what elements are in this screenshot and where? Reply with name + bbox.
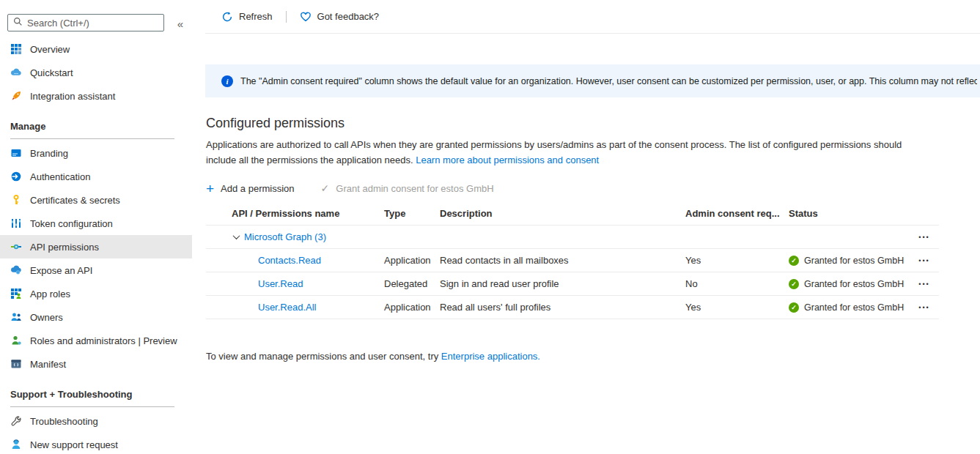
sidebar-item-authentication[interactable]: Authentication [0, 165, 192, 188]
footer-note: To view and manage permissions and user … [206, 351, 540, 362]
table-row: Contacts.Read Application Read contacts … [206, 249, 939, 272]
refresh-button[interactable]: Refresh [213, 4, 281, 30]
sidebar-item-troubleshooting[interactable]: Troubleshooting [0, 409, 192, 433]
search-input[interactable] [27, 18, 158, 29]
sidebar-nav: Overview Quickstart Integration assistan… [0, 37, 192, 454]
permission-description: Read all users' full profiles [440, 302, 685, 313]
sidebar-item-api-permissions[interactable]: API permissions [0, 235, 192, 258]
sidebar-item-label: Certificates & secrets [30, 195, 120, 206]
app-roles-icon [10, 288, 22, 299]
col-header-status: Status [789, 208, 910, 219]
toolbar-divider [286, 11, 287, 23]
owners-icon [10, 311, 22, 323]
feedback-button[interactable]: Got feedback? [291, 4, 388, 30]
support-person-icon [10, 439, 22, 450]
permission-type: Application [384, 302, 440, 313]
sidebar-item-roles-and-administrators[interactable]: Roles and administrators | Preview [0, 329, 192, 352]
permission-actions: + Add a permission ✓ Grant admin consent… [206, 177, 494, 199]
search-icon [13, 17, 23, 29]
grant-admin-consent-button[interactable]: ✓ Grant admin consent for estos GmbH [311, 182, 494, 194]
api-group-link[interactable]: Microsoft Graph (3) [244, 231, 326, 242]
manifest-icon [10, 358, 22, 370]
learn-more-link[interactable]: Learn more about permissions and consent [416, 155, 599, 165]
branding-icon [10, 147, 22, 159]
sidebar-item-branding[interactable]: Branding [0, 141, 192, 165]
table-row: User.Read.All Application Read all users… [206, 296, 939, 319]
grant-admin-consent-label: Grant admin consent for estos GmbH [336, 183, 493, 194]
sidebar-item-expose-an-api[interactable]: Expose an API [0, 258, 192, 282]
permission-description: Read contacts in all mailboxes [440, 255, 685, 266]
overview-icon [10, 43, 22, 55]
row-more-button[interactable]: ••• [910, 280, 939, 288]
sidebar-item-label: Roles and administrators | Preview [30, 335, 177, 346]
add-permission-button[interactable]: + Add a permission [206, 182, 311, 196]
sidebar-item-label: Overview [30, 44, 70, 55]
sidebar-item-integration-assistant[interactable]: Integration assistant [0, 84, 192, 108]
row-more-button[interactable]: ••• [910, 257, 939, 264]
authentication-icon [10, 171, 22, 182]
sidebar-item-label: Authentication [30, 171, 90, 182]
sidebar-item-label: App roles [30, 289, 70, 299]
chevron-down-icon[interactable] [233, 232, 240, 239]
command-bar: Refresh Got feedback? [205, 0, 980, 34]
granted-check-icon: ✓ [789, 256, 799, 266]
sidebar-item-overview[interactable]: Overview [0, 37, 192, 61]
expose-api-icon [10, 264, 22, 276]
info-icon: i [221, 75, 233, 87]
page-description: Applications are authorized to call APIs… [206, 138, 933, 168]
granted-check-icon: ✓ [789, 279, 799, 289]
quickstart-icon [10, 67, 22, 78]
permission-link[interactable]: User.Read [258, 278, 303, 289]
wrench-icon [10, 415, 22, 427]
sidebar-item-label: Expose an API [30, 265, 92, 276]
section-divider [10, 138, 174, 139]
table-header-row: API / Permissions name Type Description … [206, 202, 939, 226]
admin-consent-value: No [685, 278, 789, 289]
col-header-name: API / Permissions name [206, 208, 384, 219]
row-more-button[interactable]: ••• [910, 304, 939, 311]
sidebar-item-label: Token configuration [30, 218, 113, 229]
enterprise-applications-link[interactable]: Enterprise applications. [441, 351, 540, 362]
key-icon [10, 194, 22, 206]
sidebar-item-label: Troubleshooting [30, 416, 98, 427]
section-divider [10, 406, 174, 407]
permission-link[interactable]: User.Read.All [258, 302, 316, 313]
permissions-table: API / Permissions name Type Description … [206, 202, 939, 319]
status-text: Granted for estos GmbH [804, 302, 904, 313]
permission-type: Application [384, 255, 440, 266]
sidebar-item-label: Owners [30, 312, 63, 323]
sidebar-item-label: Manifest [30, 359, 66, 370]
footer-note-text: To view and manage permissions and user … [206, 351, 441, 362]
permission-link[interactable]: Contacts.Read [258, 255, 321, 266]
permission-type: Delegated [384, 278, 440, 289]
status-text: Granted for estos GmbH [804, 279, 904, 289]
status-text: Granted for estos GmbH [804, 256, 904, 266]
row-more-button[interactable]: ••• [910, 234, 939, 241]
table-row: User.Read Delegated Sign in and read use… [206, 272, 939, 296]
admin-consent-value: Yes [685, 255, 789, 266]
page-title: Configured permissions [206, 116, 345, 131]
collapse-sidebar-button[interactable]: « [172, 15, 189, 31]
sidebar-item-manifest[interactable]: Manifest [0, 352, 192, 376]
sidebar-item-app-roles[interactable]: App roles [0, 282, 192, 305]
sidebar-item-label: New support request [30, 439, 118, 450]
info-banner-text: The "Admin consent required" column show… [240, 76, 977, 86]
sidebar-section-support: Support + Troubleshooting [0, 387, 192, 402]
info-banner: i The "Admin consent required" column sh… [205, 64, 980, 97]
roles-admins-icon [10, 335, 22, 346]
sidebar-item-certificates-secrets[interactable]: Certificates & secrets [0, 188, 192, 212]
granted-check-icon: ✓ [789, 302, 799, 313]
sliders-icon [10, 217, 22, 229]
sidebar-item-label: Quickstart [30, 67, 73, 78]
feedback-label: Got feedback? [317, 11, 380, 22]
sidebar-item-quickstart[interactable]: Quickstart [0, 61, 192, 84]
sidebar: « Overview Quickstart Integration assist… [0, 0, 192, 454]
sidebar-item-label: Integration assistant [30, 91, 115, 102]
api-permissions-icon [10, 241, 22, 253]
permission-description: Sign in and read user profile [440, 278, 685, 289]
sidebar-item-token-configuration[interactable]: Token configuration [0, 212, 192, 235]
search-box[interactable] [7, 14, 164, 31]
col-header-type: Type [384, 208, 440, 219]
sidebar-item-new-support-request[interactable]: New support request [0, 433, 192, 454]
sidebar-item-owners[interactable]: Owners [0, 305, 192, 329]
